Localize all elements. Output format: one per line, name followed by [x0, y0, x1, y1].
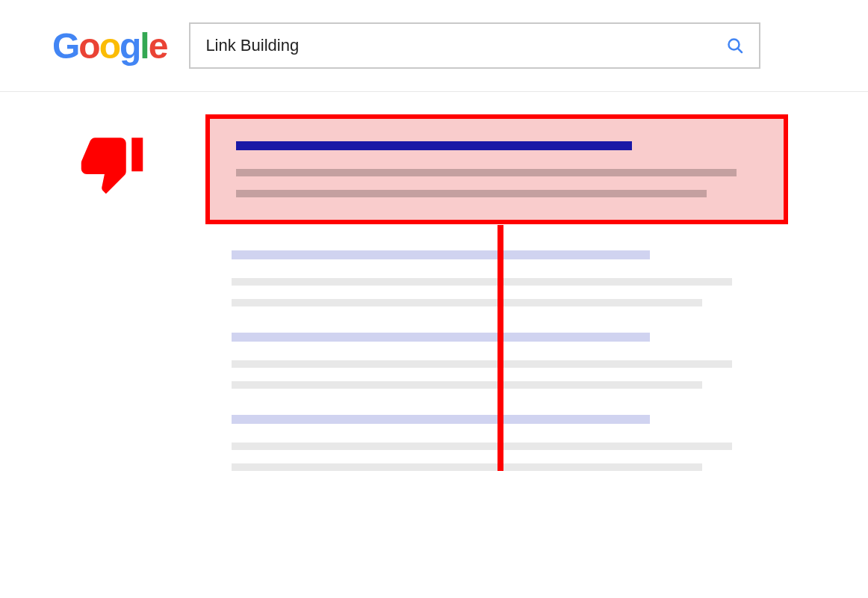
logo-letter: o — [99, 26, 120, 66]
result-snippet-line — [232, 381, 702, 389]
result-snippet-line — [232, 443, 732, 450]
search-header: Google — [0, 0, 868, 92]
result-snippet-line — [232, 278, 732, 286]
result-item — [232, 250, 754, 306]
logo-letter: o — [78, 26, 99, 66]
svg-line-1 — [738, 49, 742, 52]
search-icon[interactable] — [726, 37, 744, 55]
result-snippet-line — [232, 299, 702, 306]
google-logo: Google — [52, 25, 167, 67]
result-item — [232, 415, 754, 471]
logo-letter: G — [52, 26, 78, 66]
result-title-bar — [232, 333, 650, 342]
logo-letter: g — [120, 26, 140, 66]
result-title-bar — [232, 250, 650, 259]
result-snippet-line — [236, 169, 737, 176]
result-item — [232, 333, 754, 389]
search-box — [189, 22, 760, 69]
result-snippet-line — [232, 463, 702, 471]
result-snippet-line — [236, 190, 707, 197]
result-title-bar — [232, 415, 650, 424]
results-area — [0, 92, 868, 471]
thumbs-down-icon — [78, 129, 146, 200]
logo-letter: e — [149, 26, 167, 66]
logo-letter: l — [140, 26, 148, 66]
result-title-bar — [236, 141, 632, 150]
highlighted-result — [205, 114, 788, 224]
search-input[interactable] — [205, 36, 726, 55]
result-snippet-line — [232, 360, 732, 368]
